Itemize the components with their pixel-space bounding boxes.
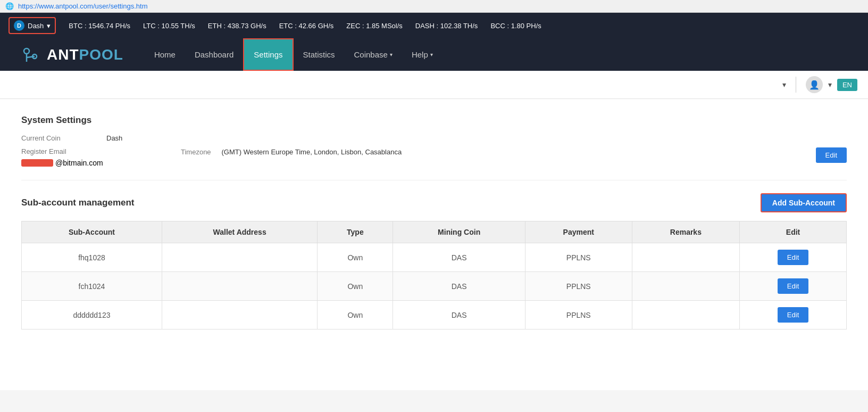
divider: [21, 180, 847, 180]
logo: ANTPOOL: [16, 42, 123, 68]
sub-account-table: Sub-Account Wallet Address Type Mining C…: [21, 221, 847, 329]
cell-mining-coin: DAS: [393, 243, 525, 272]
col-sub-account: Sub-Account: [22, 221, 162, 243]
cell-wallet-address: [162, 272, 317, 301]
cell-edit: Edit: [740, 243, 847, 272]
coin-selector[interactable]: D Dash ▾: [9, 17, 56, 34]
timezone-section: Timezone (GMT) Western Europe Time, Lond…: [181, 147, 816, 156]
register-email-value: @bitmain.com: [21, 159, 181, 167]
content-area: ▾ 👤 ▾ EN System Settings Current Coin Da…: [0, 71, 868, 390]
current-coin-label: Current Coin: [21, 134, 85, 142]
ticker-eth: ETH : 438.73 GH/s: [208, 22, 266, 30]
ticker-dash: DASH : 102.38 TH/s: [415, 22, 478, 30]
table-row: fch1024 Own DAS PPLNS Edit: [22, 272, 847, 301]
nav-settings[interactable]: Settings: [243, 38, 293, 71]
cell-wallet-address: [162, 301, 317, 329]
sub-account-header: Sub-account management Add Sub-Account: [21, 193, 847, 212]
col-remarks: Remarks: [632, 221, 739, 243]
timezone-label: Timezone: [181, 148, 211, 156]
cell-sub-account: fhq1028: [22, 243, 162, 272]
cell-edit: Edit: [740, 301, 847, 329]
nav-dashboard[interactable]: Dashboard: [185, 39, 243, 70]
table-row: fhq1028 Own DAS PPLNS Edit: [22, 243, 847, 272]
cell-sub-account: dddddd123: [22, 301, 162, 329]
current-coin-row: Current Coin Dash: [21, 134, 847, 142]
coin-selector-label: Dash: [28, 22, 44, 30]
ticker-ltc: LTC : 10.55 TH/s: [143, 22, 195, 30]
nav-links: Home Dashboard Settings Statistics Coinb…: [145, 38, 852, 71]
ticker-etc: ETC : 42.66 GH/s: [279, 22, 334, 30]
user-dropdown[interactable]: ▾: [782, 80, 786, 89]
col-wallet-address: Wallet Address: [162, 221, 317, 243]
nav-coinbase[interactable]: Coinbase ▾: [345, 39, 402, 70]
user-name-dropdown[interactable]: ▾: [828, 80, 832, 89]
col-payment: Payment: [525, 221, 632, 243]
table-head: Sub-Account Wallet Address Type Mining C…: [22, 221, 847, 243]
register-email-label: Register Email: [21, 147, 181, 155]
globe-icon: 🌐: [5, 2, 14, 10]
cell-payment: PPLNS: [525, 243, 632, 272]
coin-selector-arrow: ▾: [47, 22, 51, 30]
logo-text: ANTPOOL: [47, 46, 123, 63]
user-avatar[interactable]: 👤: [806, 76, 823, 93]
email-redacted: [21, 159, 53, 167]
col-type: Type: [318, 221, 393, 243]
cell-sub-account: fch1024: [22, 272, 162, 301]
cell-mining-coin: DAS: [393, 301, 525, 329]
edit-settings-section: Edit: [816, 147, 847, 163]
table-row: dddddd123 Own DAS PPLNS Edit: [22, 301, 847, 329]
browser-bar: 🌐 https://www.antpool.com/user/settings.…: [0, 0, 868, 13]
separator: [796, 77, 796, 93]
cell-type: Own: [318, 243, 393, 272]
cell-payment: PPLNS: [525, 301, 632, 329]
user-bar: ▾ 👤 ▾ EN: [0, 71, 868, 99]
help-dropdown-arrow: ▾: [430, 52, 433, 57]
cell-payment: PPLNS: [525, 272, 632, 301]
ticker-zec: ZEC : 1.85 MSol/s: [346, 22, 403, 30]
url-bar[interactable]: https://www.antpool.com/user/settings.ht…: [18, 2, 148, 10]
table-header-row: Sub-Account Wallet Address Type Mining C…: [22, 221, 847, 243]
ticker-bcc: BCC : 1.80 PH/s: [490, 22, 541, 30]
nav-bar: ANTPOOL Home Dashboard Settings Statisti…: [0, 38, 868, 71]
cell-remarks: [632, 272, 739, 301]
coinbase-dropdown-arrow: ▾: [390, 52, 393, 57]
nav-statistics[interactable]: Statistics: [294, 39, 345, 70]
table-body: fhq1028 Own DAS PPLNS Edit fch1024 Own D…: [22, 243, 847, 329]
user-name-arrow: ▾: [828, 80, 832, 89]
cell-mining-coin: DAS: [393, 272, 525, 301]
current-coin-value: Dash: [106, 134, 122, 142]
cell-type: Own: [318, 272, 393, 301]
email-domain: @bitmain.com: [55, 159, 103, 167]
sub-account-title: Sub-account management: [21, 197, 761, 208]
col-mining-coin: Mining Coin: [393, 221, 525, 243]
timezone-value: (GMT) Western Europe Time, London, Lisbo…: [222, 148, 402, 156]
language-button[interactable]: EN: [837, 79, 857, 91]
edit-settings-button[interactable]: Edit: [816, 147, 847, 163]
avatar-icon: 👤: [809, 80, 820, 90]
cell-wallet-address: [162, 243, 317, 272]
row-edit-button[interactable]: Edit: [778, 250, 808, 265]
email-timezone-row: Register Email @bitmain.com Timezone (GM…: [21, 147, 847, 167]
svg-point-0: [24, 48, 29, 54]
nav-home[interactable]: Home: [145, 39, 185, 70]
row-edit-button[interactable]: Edit: [778, 307, 808, 323]
col-edit: Edit: [740, 221, 847, 243]
cell-remarks: [632, 243, 739, 272]
ticker-btc: BTC : 1546.74 PH/s: [69, 22, 130, 30]
user-dropdown-arrow: ▾: [782, 80, 786, 89]
logo-icon: [16, 42, 43, 68]
cell-remarks: [632, 301, 739, 329]
main-content: System Settings Current Coin Dash Regist…: [0, 99, 868, 345]
coin-icon: D: [14, 20, 24, 31]
row-edit-button[interactable]: Edit: [778, 278, 808, 294]
email-section: Register Email @bitmain.com: [21, 147, 181, 167]
system-settings-title: System Settings: [21, 115, 847, 126]
nav-help[interactable]: Help ▾: [402, 39, 443, 70]
add-sub-account-button[interactable]: Add Sub-Account: [761, 193, 847, 212]
ticker-bar: D Dash ▾ BTC : 1546.74 PH/s LTC : 10.55 …: [0, 13, 868, 38]
cell-edit: Edit: [740, 272, 847, 301]
cell-type: Own: [318, 301, 393, 329]
